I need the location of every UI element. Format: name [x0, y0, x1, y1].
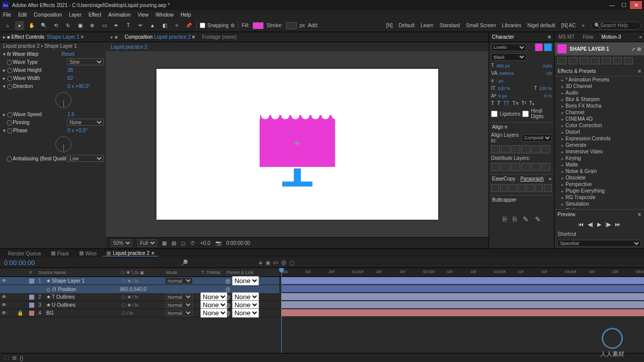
fx-reset[interactable]: Reset [61, 51, 104, 57]
col-source[interactable]: Source Name [37, 270, 120, 275]
fx-category[interactable]: RG Trapcode [554, 194, 644, 201]
wave-type-select[interactable]: Sine [67, 58, 104, 65]
pen-tool[interactable]: ✒ [112, 21, 121, 30]
phase-dial[interactable] [55, 136, 71, 152]
fx-category[interactable]: CINEMA 4D [554, 116, 644, 122]
visibility-icon[interactable]: 👁 [0, 310, 8, 316]
grid-icon[interactable]: ▦ [162, 240, 167, 246]
eraser-tool[interactable]: ◧ [160, 21, 169, 30]
comp-subtab[interactable]: Liquid practice 2 [111, 44, 147, 50]
snapping-checkbox[interactable] [200, 23, 205, 28]
wave-width-val[interactable]: 62 [67, 75, 104, 81]
smallcaps-btn[interactable]: Tᴛ [512, 101, 518, 106]
fx-category[interactable]: Simulation [554, 201, 644, 207]
sub-btn[interactable]: T₁ [529, 101, 534, 106]
layer-bar-4[interactable] [281, 309, 644, 316]
dist-5[interactable] [531, 163, 540, 171]
tool-icon-3[interactable]: ✎ [523, 215, 529, 223]
menu-help[interactable]: Help [181, 12, 191, 18]
menu-animation[interactable]: Animation [108, 12, 130, 18]
tl-icon-5[interactable]: ▢ [289, 260, 294, 265]
col-parent[interactable]: Parent & Link [225, 270, 271, 275]
mini1[interactable] [557, 57, 567, 64]
visibility-icon[interactable]: 👁 [0, 294, 8, 300]
stroke-swatch[interactable] [286, 22, 297, 29]
panel-menu-icon[interactable]: ≡ [548, 34, 551, 40]
snapshot-icon[interactable]: 📷 [215, 240, 221, 246]
workspace-n[interactable]: [N] [386, 23, 392, 28]
hindi-checkbox[interactable] [522, 110, 529, 118]
fx-category[interactable]: 3D Channel [554, 83, 644, 89]
first-frame-icon[interactable]: ⏮ [578, 221, 584, 228]
resolution-select[interactable]: Full [137, 239, 157, 247]
toggle-frame-icon[interactable]: {} [20, 355, 23, 361]
tracking-val[interactable]: -10 [545, 71, 552, 76]
hand-tool[interactable]: ✋ [27, 21, 36, 30]
character-header[interactable]: Character [492, 34, 514, 40]
fx-category[interactable]: Boris FX Mocha [554, 103, 644, 109]
dist-6[interactable] [541, 163, 550, 171]
align-top[interactable] [521, 145, 530, 153]
tl-icon-2[interactable]: ▣ [266, 260, 270, 265]
fx-category[interactable]: Plugin Everything [554, 188, 644, 194]
layer-row[interactable]: 👁1★Shape Layer 1⬡ ✱ / fxNormal@ None [0, 277, 279, 285]
layer-bar-3[interactable] [281, 301, 644, 308]
prev-frame-icon[interactable]: ◀| [588, 221, 593, 228]
pan-behind-tool[interactable]: ⊕ [88, 21, 97, 30]
parent-select[interactable]: None [232, 308, 259, 318]
fx-category[interactable]: Noise & Grain [554, 168, 644, 174]
home-icon[interactable]: ⌂ [3, 21, 12, 30]
mode-select[interactable]: Normal [165, 310, 193, 316]
viewport[interactable] [106, 51, 489, 237]
workspace-default[interactable]: Default [398, 23, 415, 28]
para-justify-r[interactable] [535, 184, 543, 192]
wave-height-val[interactable]: 38 [67, 67, 104, 73]
strokew-val[interactable]: - px [496, 78, 504, 83]
para-justify-c[interactable] [526, 184, 534, 192]
fx-name[interactable]: fx Wave Warp [7, 51, 61, 57]
mini3[interactable] [580, 57, 589, 64]
visibility-icon[interactable]: 👁 [0, 302, 8, 308]
fx-category[interactable]: Expression Controls [554, 135, 644, 142]
type-tool[interactable]: T [124, 21, 133, 30]
selection-tool[interactable]: ▸ [15, 21, 24, 30]
rotation-val[interactable]: +0.0 [200, 240, 210, 246]
tab-liquid-practice[interactable]: Liquid practice 2 ≡ [103, 250, 158, 256]
layer-opt-icon[interactable]: ⤢ ⊞ [631, 46, 641, 52]
wave-speed-val[interactable]: 1.5 [67, 112, 104, 117]
shortcut-select[interactable]: Spacebar [557, 240, 641, 247]
para-align-right[interactable] [509, 184, 517, 192]
stopwatch-icon[interactable]: ◯ [7, 120, 12, 125]
shape-layer-box[interactable] [260, 119, 335, 167]
workspace-standard[interactable]: Standard [440, 23, 460, 28]
menu-composition[interactable]: Composition [34, 12, 62, 18]
timeline-area[interactable]: 00s10f20f01:00f10f20f02:00f10f20f03:00f1… [279, 268, 644, 353]
next-frame-icon[interactable]: |▶ [605, 221, 611, 228]
dist-4[interactable] [521, 163, 530, 171]
rotate-tool[interactable]: ↻ [63, 21, 72, 30]
fill-swatch[interactable] [253, 22, 264, 29]
bold-btn[interactable]: T [491, 101, 494, 106]
stopwatch-icon[interactable]: ◯ [7, 83, 12, 89]
col-trkmat[interactable]: T .TrkMat [200, 270, 225, 275]
dist-3[interactable] [511, 163, 520, 171]
layer-color-swatch[interactable] [557, 44, 567, 53]
anchor-point-icon[interactable] [295, 141, 300, 146]
tool-icon-1[interactable]: ⎘ [503, 215, 507, 223]
msmt-tab[interactable]: MS MT [554, 34, 579, 40]
parent-select[interactable]: None [232, 276, 259, 286]
flow-tab[interactable]: Flow [579, 34, 597, 40]
roto-tool[interactable]: ✧ [172, 21, 181, 30]
tool-icon-4[interactable]: ✎ [535, 215, 541, 223]
shape-tool[interactable]: ▭ [100, 21, 109, 30]
col-mode[interactable]: Mode [165, 270, 200, 275]
fx-presets-header[interactable]: Effects & Presets [557, 68, 596, 74]
stopwatch-icon[interactable]: ◯ [7, 156, 12, 161]
hscale-val[interactable]: 100 % [539, 86, 552, 91]
workspace-nac[interactable]: [N] AC [561, 23, 576, 28]
zoom-tool[interactable]: 🔍 [39, 21, 48, 30]
stopwatch-icon[interactable]: ◯ [7, 112, 12, 117]
panel-menu-icon[interactable]: ≡ [638, 212, 641, 217]
mode-select[interactable]: Normal [165, 294, 193, 300]
menu-view[interactable]: View [138, 12, 149, 18]
